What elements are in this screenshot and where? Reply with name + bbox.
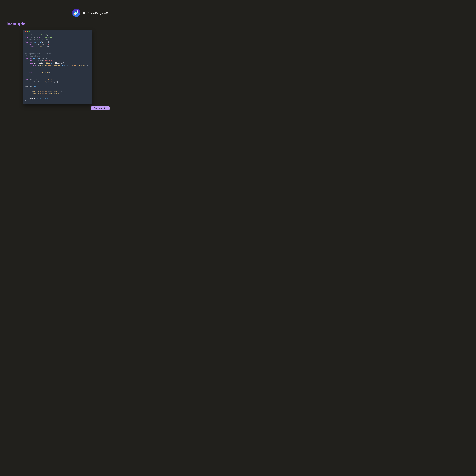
rocket-avatar-icon	[72, 9, 80, 17]
minimize-icon	[27, 31, 28, 32]
continue-button[interactable]: Continue	[91, 106, 110, 110]
code-window: import React from "react"; import ReactD…	[23, 30, 92, 104]
window-traffic-lights	[25, 31, 91, 32]
zoom-icon	[29, 31, 31, 32]
arr2-values: 1, 2, 3, 4, 5, 6	[43, 81, 57, 83]
double-chevron-right-icon	[104, 107, 108, 109]
code-block: import React from "react"; import ReactD…	[25, 34, 91, 102]
arr1-values: 1, 2, 3, 4, 5	[43, 79, 54, 81]
close-icon	[25, 31, 26, 32]
kw-import: import	[25, 34, 30, 36]
continue-label: Continue	[94, 107, 103, 110]
brand-block: @freshers.space	[72, 9, 108, 17]
brand-handle: @freshers.space	[82, 11, 108, 15]
page-title: Example	[7, 21, 25, 26]
